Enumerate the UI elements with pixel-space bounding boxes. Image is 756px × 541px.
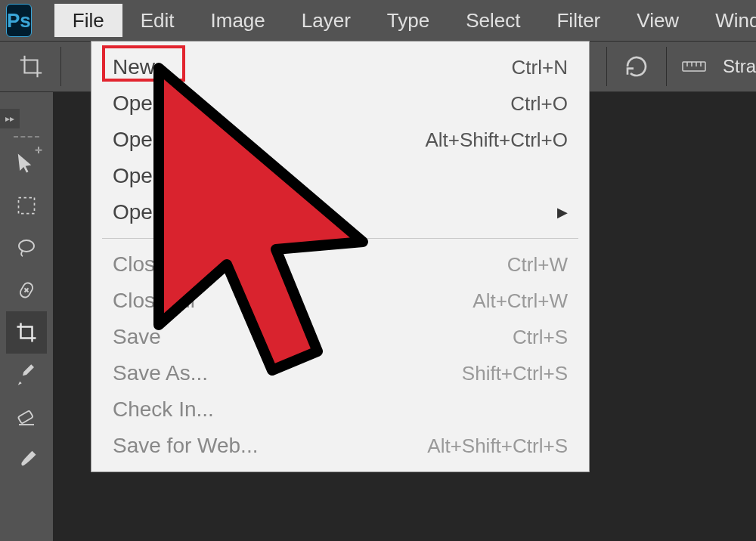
expand-panel-button[interactable]: ▸▸ [0, 109, 20, 128]
healing-brush-tool[interactable] [6, 269, 47, 311]
menu-edit[interactable]: Edit [122, 4, 193, 37]
crop-icon[interactable] [14, 49, 48, 84]
menu-item-close[interactable]: Close Ctrl+W [91, 246, 589, 283]
eyedropper-tool[interactable] [6, 354, 47, 396]
menu-item-open-recent[interactable]: Open R ▶ [91, 194, 589, 230]
menu-type[interactable]: Type [369, 4, 448, 37]
menu-item-new[interactable]: New... Ctrl+N [91, 49, 589, 85]
menu-item-open-bridge[interactable]: Open Alt+Shift+Ctrl+O [91, 122, 589, 158]
move-tool[interactable]: ✛ [6, 142, 47, 184]
menu-layer[interactable]: Layer [284, 4, 369, 37]
menu-item-check-in[interactable]: Check In... [91, 391, 589, 428]
svg-rect-0 [683, 62, 705, 71]
eraser-tool[interactable] [6, 396, 47, 438]
rotate-icon[interactable] [619, 49, 654, 84]
menu-view[interactable]: View [618, 4, 697, 37]
menu-select[interactable]: Select [448, 4, 538, 37]
menu-item-save[interactable]: Save Ctrl+S [91, 319, 589, 355]
separator [666, 47, 667, 86]
logo-text: Ps [7, 9, 31, 32]
menu-item-open-as[interactable]: Open a [91, 158, 589, 194]
marquee-tool[interactable] [6, 184, 47, 227]
brush-tool[interactable] [6, 438, 47, 481]
menu-separator [102, 238, 578, 239]
menu-bar: Ps File Edit Image Layer Type Select Fil… [0, 0, 756, 41]
menu-filter[interactable]: Filter [538, 4, 618, 37]
file-menu-dropdown: New... Ctrl+N Open Ctrl+O Open Alt+Shift… [91, 41, 590, 472]
options-label: Stra [723, 56, 756, 77]
menu-file[interactable]: File [54, 4, 122, 37]
submenu-arrow-icon: ▶ [557, 204, 568, 221]
photoshop-logo: Ps [6, 4, 32, 37]
svg-point-6 [19, 240, 34, 252]
menu-item-save-as[interactable]: Save As... Shift+Ctrl+S [91, 355, 589, 391]
menu-item-open[interactable]: Open Ctrl+O [91, 85, 589, 122]
separator [60, 47, 61, 86]
menu-item-close-all[interactable]: Close All Alt+Ctrl+W [91, 283, 589, 319]
svg-rect-10 [18, 410, 33, 423]
straighten-icon[interactable] [679, 49, 709, 84]
svg-rect-5 [19, 198, 35, 214]
menu-window[interactable]: Window [697, 4, 756, 37]
menu-item-save-for-web[interactable]: Save for Web... Alt+Shift+Ctrl+S [91, 428, 589, 464]
tools-panel: ✛ [6, 133, 47, 481]
lasso-tool[interactable] [6, 227, 47, 269]
crop-tool[interactable] [6, 311, 47, 354]
separator [606, 47, 607, 86]
menu-image[interactable]: Image [193, 4, 284, 37]
panel-grip[interactable] [14, 136, 39, 142]
